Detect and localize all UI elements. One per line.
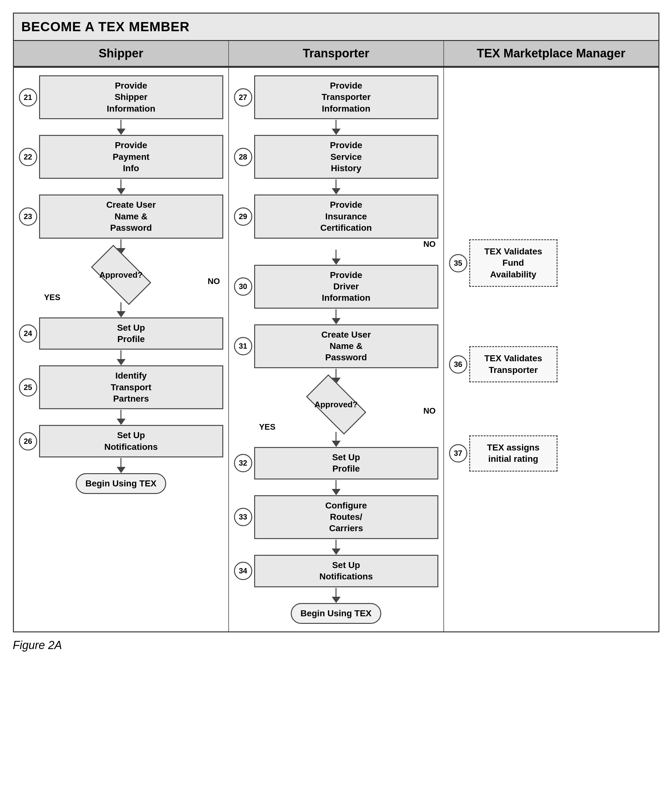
vline-21-22 [120,120,121,129]
vline-22-23 [120,179,121,188]
step-24-num: 24 [19,324,37,343]
vline-32-33 [336,480,336,489]
vline-yes-24 [120,302,121,311]
step-33-num: 33 [234,508,252,526]
tex-manager-col-header: TEX Marketplace Manager [444,41,659,66]
step-28-box: ProvideServiceHistory [254,135,438,179]
transporter-flow: 27 ProvideTransporterInformation 28 Prov… [234,75,438,624]
step-37-row: 37 TEX assignsinitial rating [449,435,654,472]
step-21-num: 21 [19,88,37,106]
no-label-29: NO [234,239,438,249]
vline-29-30 [336,250,336,259]
step-26-box: Set UpNotifications [39,425,223,457]
step-21-box: ProvideShipperInformation [39,75,223,119]
step-36-row: 36 TEX ValidatesTransporter [449,346,654,382]
step-32-num: 32 [234,454,252,472]
step-25-num: 25 [19,378,37,397]
vline-27-28 [336,120,336,129]
arrow-29-30 [332,259,341,265]
step-26-row: 26 Set UpNotifications [19,425,223,457]
step-32-row: 32 Set UpProfile [234,447,438,480]
figure-label: Figure 2A [13,639,659,652]
step-35-row: 35 TEX ValidatesFundAvailability [449,239,654,287]
diagram-outer: BECOME A TEX MEMBER Shipper Transporter … [13,13,659,633]
begin-tex-oval-shipper: Begin Using TEX [76,473,166,494]
step-24-box: Set UpProfile [39,317,223,350]
vline-31-diamond [336,369,336,378]
step-25-box: IdentifyTransportPartners [39,365,223,409]
step-28-num: 28 [234,148,252,166]
step-36-num: 36 [449,355,467,374]
step-27-num: 27 [234,88,252,106]
step-24-row: 24 Set UpProfile [19,317,223,350]
diamond-label-shipper: Approved? [99,270,143,280]
step-23-row: 23 Create UserName &Password [19,194,223,238]
no-text-29: NO [424,239,436,249]
step-31-box: Create UserName &Password [254,324,438,368]
step-34-row: 34 Set UpNotifications [234,555,438,587]
step-30-row: 30 ProvideDriverInformation [234,265,438,309]
vline-24-25 [120,350,121,359]
diamond-label-transporter: Approved? [314,399,358,409]
arrow-34-oval [332,597,341,603]
vline-26-oval [120,458,121,467]
arrow-27-28 [332,129,341,135]
step-26-num: 26 [19,432,37,450]
shipper-flow: 21 ProvideShipperInformation 22 ProvideP… [19,75,223,494]
no-text-transporter: NO [424,406,436,416]
step-30-num: 30 [234,277,252,296]
step-31-row: 31 Create UserName &Password [234,324,438,368]
page-container: BECOME A TEX MEMBER Shipper Transporter … [13,13,659,652]
arrow-21-22 [117,129,125,135]
arrow-24-25 [117,359,125,365]
step-29-box: ProvideInsuranceCertification [254,194,438,238]
arrow-26-oval [117,467,125,473]
vline-yes-32 [336,432,336,441]
shipper-col-header: Shipper [14,41,229,66]
step-27-row: 27 ProvideTransporterInformation [234,75,438,119]
step-33-box: ConfigureRoutes/Carriers [254,495,438,539]
step-29-row: 29 ProvideInsuranceCertification [234,194,438,238]
arrow-22-23 [117,188,125,194]
arrow-25-26 [117,418,125,425]
approved-diamond-shipper: Approved? [90,254,153,296]
col-headers: Shipper Transporter TEX Marketplace Mana… [14,41,659,67]
step-34-num: 34 [234,562,252,580]
step-37-num: 37 [449,444,467,462]
yes-label-shipper: YES [44,292,60,302]
step-29-num: 29 [234,208,252,226]
arrow-28-29 [332,188,341,194]
yes-label-transporter: YES [259,422,276,432]
tex-flow: 35 TEX ValidatesFundAvailability 36 TEX … [449,75,654,474]
step-22-box: ProvidePaymentInfo [39,135,223,179]
arrow-yes-32 [332,441,341,447]
diagram-title: BECOME A TEX MEMBER [14,13,659,41]
step-28-row: 28 ProvideServiceHistory [234,135,438,179]
step-32-box: Set UpProfile [254,447,438,480]
three-cols: 21 ProvideShipperInformation 22 ProvideP… [14,67,659,631]
shipper-column: 21 ProvideShipperInformation 22 ProvideP… [14,68,229,631]
step-23-box: Create UserName &Password [39,194,223,238]
transporter-column: 27 ProvideTransporterInformation 28 Prov… [229,68,444,631]
step-22-num: 22 [19,148,37,166]
step-33-row: 33 ConfigureRoutes/Carriers [234,495,438,539]
vline-23-diamond [120,239,121,248]
step-23-num: 23 [19,208,37,226]
vline-30-31 [336,309,336,318]
vline-25-26 [120,410,121,418]
step-36-box: TEX ValidatesTransporter [469,346,557,382]
tex-column: 35 TEX ValidatesFundAvailability 36 TEX … [444,68,659,631]
approved-diamond-transporter: Approved? [304,384,368,425]
arrow-yes-24 [117,311,125,317]
arrow-32-33 [332,489,341,495]
step-27-box: ProvideTransporterInformation [254,75,438,119]
arrow-30-31 [332,318,341,324]
step-22-row: 22 ProvidePaymentInfo [19,135,223,179]
step-35-num: 35 [449,254,467,272]
step-37-box: TEX assignsinitial rating [469,435,557,472]
arrow-33-34 [332,548,341,555]
vline-34-oval [336,588,336,597]
step-25-row: 25 IdentifyTransportPartners [19,365,223,409]
step-21-row: 21 ProvideShipperInformation [19,75,223,119]
begin-tex-oval-transporter: Begin Using TEX [291,603,382,624]
